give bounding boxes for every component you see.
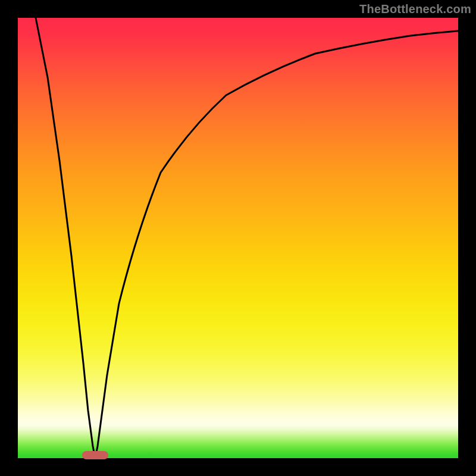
- bottleneck-curve: [18, 18, 458, 458]
- chart-frame: TheBottleneck.com: [0, 0, 476, 476]
- curve-left-branch: [36, 18, 95, 458]
- optimal-point-marker: [82, 451, 108, 459]
- watermark-text: TheBottleneck.com: [359, 2, 471, 16]
- curve-right-branch: [95, 31, 458, 458]
- plot-area: [18, 18, 458, 458]
